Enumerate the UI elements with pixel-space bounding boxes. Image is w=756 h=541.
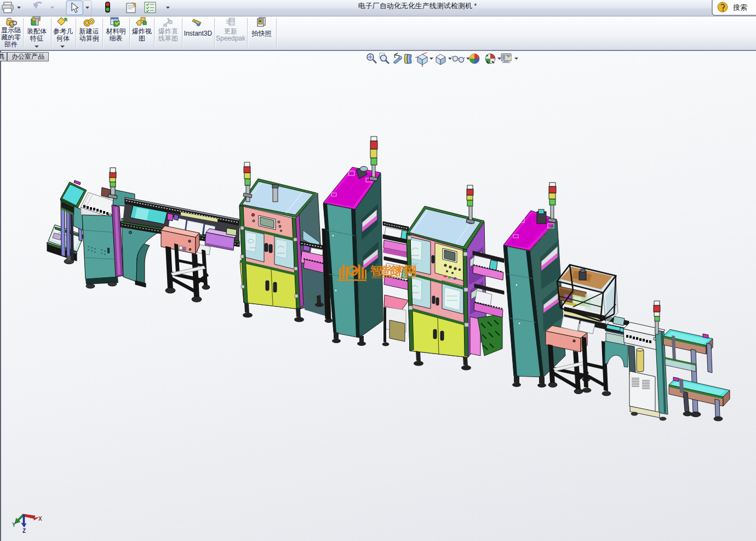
svg-text:ZHIZAOZILIAOWANG.COM SHARE: ZHIZAOZILIAOWANG.COM SHARE bbox=[371, 276, 415, 279]
svg-text:X: X bbox=[38, 516, 42, 522]
svg-text:搜索: 搜索 bbox=[732, 3, 747, 12]
svg-text:智造资料网: 智造资料网 bbox=[370, 264, 417, 277]
svg-text:Z: Z bbox=[22, 528, 26, 534]
svg-text:Y: Y bbox=[12, 522, 16, 528]
